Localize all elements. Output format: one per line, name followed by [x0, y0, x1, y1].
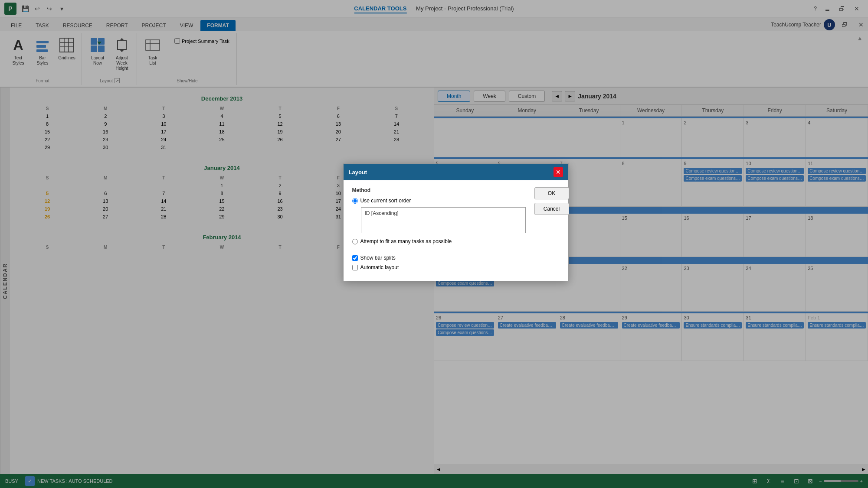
auto-layout-label: Automatic layout	[360, 264, 399, 270]
cancel-button[interactable]: Cancel	[534, 203, 569, 215]
layout-dialog: Layout ✕ Method Use current sort order I…	[343, 163, 569, 281]
radio-attempt-fit[interactable]	[352, 239, 358, 244]
show-bar-splits-checkbox[interactable]	[352, 255, 358, 261]
method-label: Method	[352, 187, 526, 193]
sort-value-text: ID [Ascending]	[365, 210, 399, 216]
dialog-close-button[interactable]: ✕	[554, 167, 563, 177]
dialog-title: Layout	[349, 169, 367, 176]
radio-attempt-fit-row[interactable]: Attempt to fit as many tasks as possible	[352, 238, 526, 244]
auto-layout-checkbox[interactable]	[352, 265, 358, 270]
ok-button[interactable]: OK	[534, 187, 569, 199]
dialog-content: Method Use current sort order ID [Ascend…	[344, 180, 568, 281]
dialog-buttons: OK Cancel	[534, 180, 574, 281]
show-bar-splits-row[interactable]: Show bar splits	[352, 255, 526, 261]
radio-attempt-fit-label: Attempt to fit as many tasks as possible	[360, 238, 452, 244]
dialog-main: Method Use current sort order ID [Ascend…	[344, 180, 534, 281]
radio-current-sort[interactable]	[352, 198, 358, 204]
dialog-overlay: Layout ✕ Method Use current sort order I…	[0, 0, 868, 488]
sort-value-box[interactable]: ID [Ascending]	[361, 207, 526, 233]
auto-layout-row[interactable]: Automatic layout	[352, 264, 526, 270]
radio-current-sort-row[interactable]: Use current sort order	[352, 198, 526, 204]
show-bar-splits-label: Show bar splits	[360, 255, 396, 261]
dialog-title-bar: Layout ✕	[344, 164, 568, 180]
radio-current-sort-label: Use current sort order	[360, 198, 411, 204]
